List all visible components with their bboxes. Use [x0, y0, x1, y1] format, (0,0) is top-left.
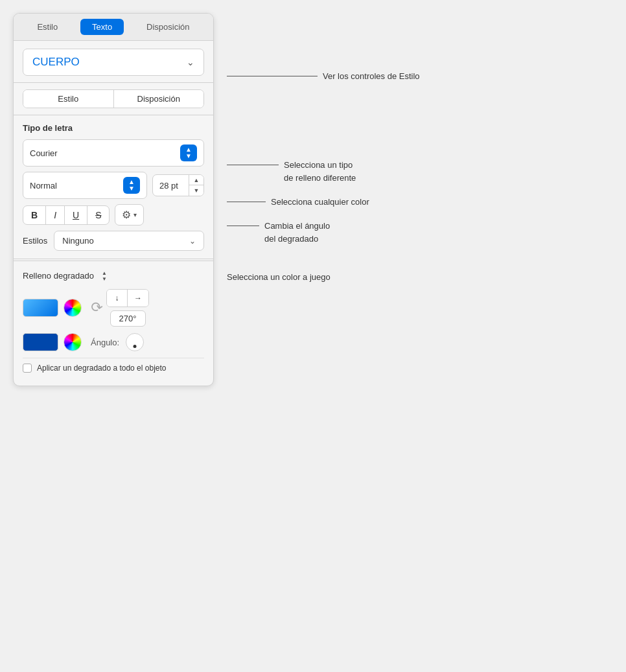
gear-icon: ⚙	[122, 209, 131, 221]
font-style-stepper[interactable]: ▲ ▼	[123, 177, 140, 194]
sub-tab-estilo[interactable]: Estilo	[23, 90, 114, 108]
angle-right-button[interactable]: →	[128, 290, 148, 307]
font-section-label: Tipo de letra	[23, 123, 204, 133]
paragraph-chevron-icon: ⌄	[187, 57, 194, 67]
bold-button[interactable]: B	[23, 206, 46, 224]
angle-value[interactable]: 270°	[110, 310, 146, 327]
font-family-name: Courier	[30, 148, 58, 158]
color-wheel-button-1[interactable]	[64, 299, 82, 317]
font-style-value: Normal	[30, 181, 57, 191]
strikethrough-button[interactable]: S	[87, 206, 109, 224]
annotation-color-text: Selecciona cualquier color	[271, 197, 369, 207]
fill-type-stepper[interactable]: ▲ ▼	[99, 270, 110, 281]
color-swatch-1[interactable]	[23, 299, 58, 317]
annotation-ver-controles-text: Ver los controles de Estilo	[323, 71, 420, 81]
angle-text-label: Ángulo:	[91, 338, 119, 347]
annotation-relleno-text: Selecciona un tipode relleno diferente	[284, 159, 356, 184]
annotation-selecciona-juego: Selecciona un color a juego	[227, 271, 613, 283]
angle-controls-inner: ↓ → 270°	[106, 289, 149, 327]
font-section: Tipo de letra Courier ▲ ▼ Normal ▲ ▼	[14, 115, 213, 259]
color-row-1: ⟳ ↓ → 270°	[23, 289, 204, 327]
font-size-value: 28 pt	[153, 176, 189, 195]
tab-estilo[interactable]: Estilo	[25, 19, 69, 35]
apply-label: Aplicar un degradado a todo el objeto	[37, 364, 166, 373]
text-style-buttons: B I U S	[23, 205, 110, 225]
color-swatch-2[interactable]	[23, 333, 58, 351]
sub-tab-bar: Estilo Disposición	[23, 89, 204, 108]
tab-texto[interactable]: Texto	[80, 19, 124, 35]
font-family-stepper[interactable]: ▲ ▼	[180, 145, 197, 161]
apply-row: Aplicar un degradado a todo el objeto	[23, 358, 204, 378]
curve-icon: ⟳	[89, 299, 104, 318]
annotation-selecciona-relleno: Selecciona un tipode relleno diferente	[227, 159, 613, 184]
angle-dial[interactable]	[126, 333, 144, 351]
sub-tab-disposicion[interactable]: Disposición	[114, 90, 204, 108]
estilos-dropdown[interactable]: Ninguno ⌄	[54, 231, 204, 251]
font-size-control: 28 pt ▲ ▼	[152, 174, 204, 196]
tab-disposicion[interactable]: Disposición	[135, 19, 201, 35]
annotation-angulo-text: Cambia el ángulodel degradado	[264, 220, 330, 245]
fill-section: Relleno degradado ▲ ▼ ⟳ ↓ →	[14, 262, 213, 386]
angle-down-button[interactable]: ↓	[107, 290, 128, 307]
paragraph-style-name: CUERPO	[32, 56, 80, 69]
paragraph-style-dropdown[interactable]: CUERPO ⌄	[23, 49, 204, 76]
annotation-cambia-angulo: Cambia el ángulodel degradado	[227, 220, 613, 245]
text-style-row: B I U S ⚙ ▾	[23, 204, 204, 226]
font-family-row: Courier ▲ ▼	[23, 139, 204, 167]
separator-fill	[14, 261, 213, 261]
font-style-row: Normal ▲ ▼ 28 pt ▲ ▼	[23, 172, 204, 199]
angle-controls: ⟳ ↓ → 270°	[87, 289, 204, 327]
annotation-selecciona-color: Selecciona cualquier color	[227, 197, 613, 207]
paragraph-style-section: CUERPO ⌄	[14, 41, 213, 83]
estilos-chevron-icon: ⌄	[189, 237, 196, 246]
fill-label: Relleno degradado	[23, 271, 94, 281]
estilos-row: Estilos Ninguno ⌄	[23, 231, 204, 251]
advanced-text-button[interactable]: ⚙ ▾	[115, 204, 144, 226]
fill-type-down[interactable]: ▼	[99, 276, 110, 281]
main-tab-bar: Estilo Texto Disposición	[14, 14, 213, 41]
font-style-dropdown[interactable]: Normal ▲ ▼	[23, 172, 147, 199]
sub-tabs-section: Estilo Disposición	[14, 83, 213, 115]
fill-header: Relleno degradado ▲ ▼	[23, 270, 204, 281]
estilos-label: Estilos	[23, 236, 47, 246]
estilos-value: Ninguno	[62, 236, 93, 246]
color-row-2: Ángulo:	[23, 333, 204, 351]
font-size-down[interactable]: ▼	[189, 185, 203, 196]
color-wheel-button-2[interactable]	[64, 333, 82, 351]
inspector-panel: Estilo Texto Disposición CUERPO ⌄ Estilo…	[13, 13, 214, 386]
underline-button[interactable]: U	[65, 206, 87, 224]
apply-gradient-checkbox[interactable]	[23, 364, 32, 373]
annotations-area: Ver los controles de Estilo Selecciona u…	[214, 13, 613, 283]
italic-button[interactable]: I	[46, 206, 65, 224]
fill-type-up[interactable]: ▲	[99, 270, 110, 275]
font-size-up[interactable]: ▲	[189, 175, 203, 185]
gear-chevron-icon: ▾	[133, 211, 137, 218]
angle-dial-row: Ángulo:	[91, 333, 144, 351]
font-size-steppers: ▲ ▼	[189, 175, 203, 196]
angle-arrows: ↓ →	[106, 289, 149, 307]
annotation-juego-text: Selecciona un color a juego	[227, 272, 330, 282]
annotation-ver-controles: Ver los controles de Estilo	[227, 71, 613, 81]
